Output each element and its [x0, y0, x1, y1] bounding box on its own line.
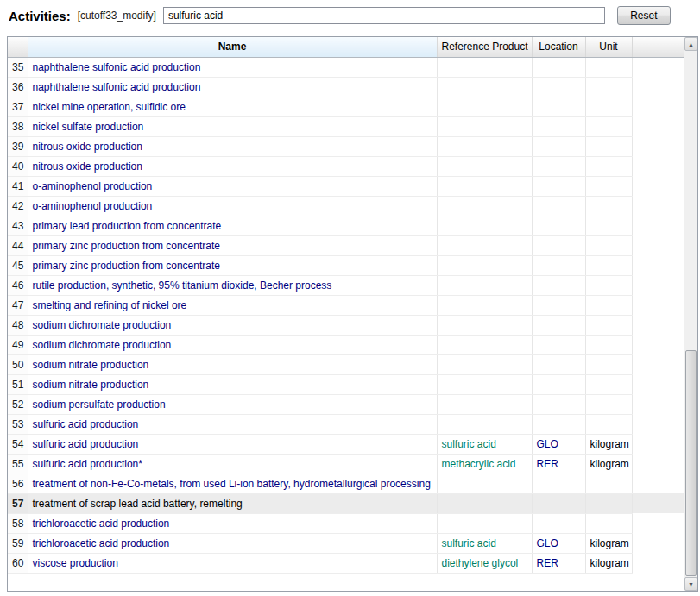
table-row[interactable]: 36 naphthalene sulfonic acid production [8, 77, 684, 97]
cell-name[interactable]: o-aminophenol production [28, 196, 437, 216]
cell-reference-product[interactable] [437, 295, 532, 315]
row-number[interactable]: 43 [8, 216, 28, 235]
row-number[interactable]: 60 [8, 553, 28, 573]
table-row[interactable]: 46 rutile production, synthetic, 95% tit… [8, 275, 684, 295]
cell-name[interactable]: sodium dichromate production [28, 335, 437, 354]
row-number[interactable]: 37 [8, 97, 28, 116]
cell-location[interactable] [532, 275, 585, 295]
cell-location[interactable] [532, 176, 585, 196]
cell-name[interactable]: sodium nitrate production [28, 374, 437, 394]
table-row[interactable]: 37 nickel mine operation, sulfidic ore [8, 97, 684, 116]
cell-reference-product[interactable] [437, 414, 532, 434]
cell-location[interactable] [532, 216, 585, 235]
table-row[interactable]: 40 nitrous oxide production [8, 156, 684, 176]
cell-location[interactable]: GLO [532, 533, 585, 553]
row-number[interactable]: 57 [8, 493, 28, 513]
cell-reference-product[interactable]: methacrylic acid [437, 454, 532, 474]
row-number[interactable]: 58 [8, 513, 28, 533]
table-row[interactable]: 35 naphthalene sulfonic acid production [8, 57, 684, 77]
cell-unit[interactable] [585, 493, 632, 513]
row-number[interactable]: 36 [8, 77, 28, 97]
cell-name[interactable]: sodium nitrate production [28, 354, 437, 374]
cell-reference-product[interactable] [437, 513, 532, 533]
cell-name[interactable]: primary zinc production from concentrate [28, 235, 437, 255]
cell-reference-product[interactable] [437, 216, 532, 235]
row-number[interactable]: 52 [8, 394, 28, 414]
table-row[interactable]: 50 sodium nitrate production [8, 354, 684, 374]
cell-unit[interactable] [585, 394, 632, 414]
cell-name[interactable]: trichloroacetic acid production [28, 513, 437, 533]
row-number[interactable]: 46 [8, 275, 28, 295]
table-row[interactable]: 52 sodium persulfate production [8, 394, 684, 414]
column-header-reference-product[interactable]: Reference Product [437, 37, 532, 57]
cell-name[interactable]: primary lead production from concentrate [28, 216, 437, 235]
table-row[interactable]: 48 sodium dichromate production [8, 315, 684, 335]
row-number[interactable]: 47 [8, 295, 28, 315]
table-row[interactable]: 53 sulfuric acid production [8, 414, 684, 434]
cell-location[interactable] [532, 255, 585, 275]
cell-reference-product[interactable] [437, 116, 532, 136]
table-row[interactable]: 57 treatment of scrap lead acid battery,… [8, 493, 684, 513]
cell-name[interactable]: naphthalene sulfonic acid production [28, 77, 437, 97]
cell-unit[interactable] [585, 97, 632, 116]
cell-name[interactable]: sodium persulfate production [28, 394, 437, 414]
cell-reference-product[interactable] [437, 394, 532, 414]
cell-name[interactable]: sulfuric acid production [28, 414, 437, 434]
table-row[interactable]: 39 nitrous oxide production [8, 136, 684, 156]
row-number[interactable]: 49 [8, 335, 28, 354]
cell-unit[interactable]: kilogram [585, 553, 632, 573]
cell-name[interactable]: nickel mine operation, sulfidic ore [28, 97, 437, 116]
cell-unit[interactable] [585, 235, 632, 255]
cell-reference-product[interactable]: sulfuric acid [437, 434, 532, 454]
cell-unit[interactable] [585, 513, 632, 533]
cell-name[interactable]: viscose production [28, 553, 437, 573]
cell-reference-product[interactable] [437, 354, 532, 374]
cell-reference-product[interactable] [437, 315, 532, 335]
table-row[interactable]: 55 sulfuric acid production* methacrylic… [8, 454, 684, 474]
cell-name[interactable]: smelting and refining of nickel ore [28, 295, 437, 315]
cell-reference-product[interactable] [437, 493, 532, 513]
table-row[interactable]: 45 primary zinc production from concentr… [8, 255, 684, 275]
row-number[interactable]: 40 [8, 156, 28, 176]
cell-reference-product[interactable] [437, 374, 532, 394]
cell-name[interactable]: nitrous oxide production [28, 136, 437, 156]
cell-reference-product[interactable] [437, 235, 532, 255]
table-row[interactable]: 56 treatment of non-Fe-Co-metals, from u… [8, 474, 684, 493]
cell-reference-product[interactable] [437, 196, 532, 216]
search-input[interactable] [163, 7, 605, 24]
cell-location[interactable] [532, 354, 585, 374]
cell-reference-product[interactable] [437, 255, 532, 275]
cell-location[interactable] [532, 374, 585, 394]
cell-location[interactable]: RER [532, 454, 585, 474]
cell-name[interactable]: nitrous oxide production [28, 156, 437, 176]
cell-unit[interactable] [585, 136, 632, 156]
cell-name[interactable]: primary zinc production from concentrate [28, 255, 437, 275]
cell-location[interactable] [532, 315, 585, 335]
cell-reference-product[interactable] [437, 335, 532, 354]
cell-location[interactable] [532, 394, 585, 414]
cell-reference-product[interactable] [437, 275, 532, 295]
cell-reference-product[interactable] [437, 176, 532, 196]
cell-unit[interactable] [585, 196, 632, 216]
table-row[interactable]: 60 viscose production diethylene glycol … [8, 553, 684, 573]
cell-unit[interactable] [585, 295, 632, 315]
scrollbar-track[interactable] [684, 51, 697, 577]
cell-unit[interactable] [585, 335, 632, 354]
row-number[interactable]: 53 [8, 414, 28, 434]
cell-location[interactable] [532, 77, 585, 97]
table-row[interactable]: 38 nickel sulfate production [8, 116, 684, 136]
cell-reference-product[interactable] [437, 474, 532, 493]
row-number[interactable]: 35 [8, 57, 28, 77]
cell-unit[interactable] [585, 474, 632, 493]
cell-unit[interactable]: kilogram [585, 533, 632, 553]
cell-unit[interactable]: kilogram [585, 454, 632, 474]
cell-unit[interactable] [585, 354, 632, 374]
row-number[interactable]: 38 [8, 116, 28, 136]
cell-reference-product[interactable] [437, 97, 532, 116]
cell-location[interactable]: RER [532, 553, 585, 573]
row-number[interactable]: 59 [8, 533, 28, 553]
scrollbar-thumb[interactable] [685, 350, 697, 576]
row-number[interactable]: 50 [8, 354, 28, 374]
cell-location[interactable] [532, 474, 585, 493]
cell-unit[interactable]: kilogram [585, 434, 632, 454]
